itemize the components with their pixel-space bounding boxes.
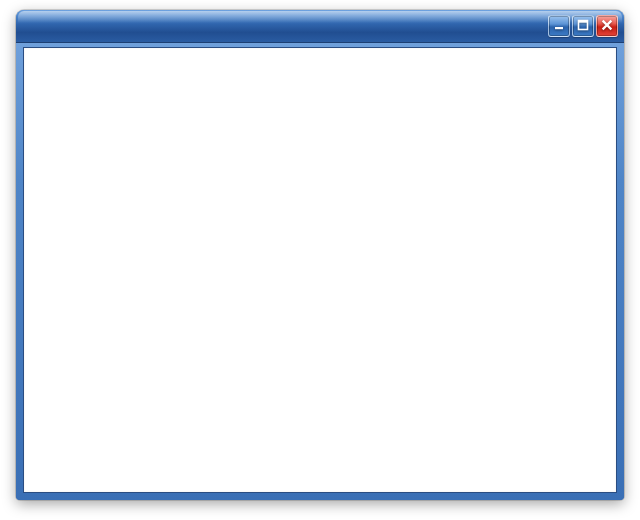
titlebar[interactable] <box>16 10 624 43</box>
maximize-button[interactable] <box>572 15 594 37</box>
minimize-button[interactable] <box>548 15 570 37</box>
application-window <box>16 10 624 500</box>
close-button[interactable] <box>596 15 618 37</box>
caption-buttons <box>548 15 618 37</box>
window-frame <box>16 43 624 500</box>
svg-rect-0 <box>555 27 563 29</box>
close-icon <box>601 17 613 35</box>
svg-rect-2 <box>579 21 588 23</box>
minimize-icon <box>553 17 565 35</box>
client-area <box>23 47 617 493</box>
maximize-icon <box>577 17 589 35</box>
